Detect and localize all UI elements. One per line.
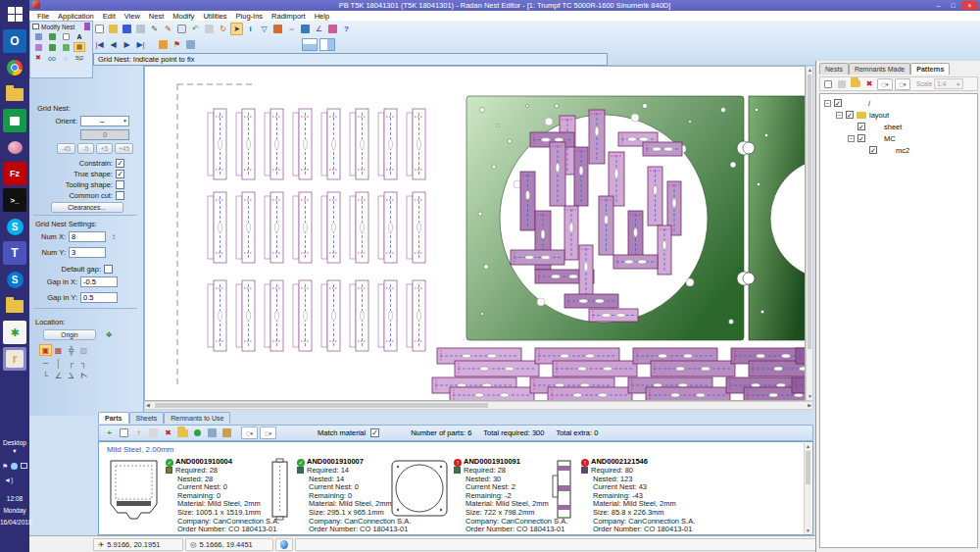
circle-nest-icon[interactable]: ◌: [60, 53, 72, 63]
first-nest-icon[interactable]: |◀: [93, 38, 106, 51]
layout-vertical-icon[interactable]: [319, 38, 335, 51]
tree-row-root[interactable]: − ✓ /: [820, 97, 977, 109]
nest-canvas[interactable]: [144, 66, 806, 401]
menu-modify[interactable]: Modify: [172, 12, 194, 21]
sheet-add-icon[interactable]: [60, 31, 72, 41]
clearances-button[interactable]: Clearances...: [51, 202, 123, 213]
orient-select[interactable]: →▼: [80, 116, 129, 126]
taskbar-icon-skype-business[interactable]: S: [3, 268, 26, 291]
constrain-checkbox[interactable]: ✓: [116, 159, 124, 168]
sheet-icon[interactable]: [299, 23, 312, 35]
menu-application[interactable]: Application: [58, 12, 94, 21]
grid-nest-icon[interactable]: ▦: [74, 42, 85, 52]
tree-checkbox[interactable]: ✓: [869, 146, 877, 154]
menu-radimport[interactable]: Radimport: [271, 12, 306, 21]
pattern-new-icon[interactable]: [822, 78, 834, 90]
grid-icon[interactable]: [157, 38, 170, 51]
expander-icon[interactable]: −: [848, 135, 855, 142]
flag-icon[interactable]: ⚑: [2, 463, 8, 471]
start-button-icon[interactable]: [3, 2, 26, 25]
gap-y-field[interactable]: [80, 292, 118, 303]
location-angle1-icon[interactable]: ∠: [52, 370, 65, 381]
delete-nest-icon[interactable]: ✖: [32, 53, 44, 63]
taskbar-icon-folder[interactable]: [3, 294, 26, 318]
tab-remnants-made[interactable]: Remnants Made: [849, 63, 910, 75]
location-angle3-icon[interactable]: ∠: [78, 370, 90, 382]
select-icon[interactable]: ➤: [230, 23, 243, 35]
match-material-checkbox[interactable]: ✓: [370, 428, 379, 437]
part-table-icon[interactable]: [206, 427, 219, 439]
part-add-icon[interactable]: +: [103, 427, 116, 439]
tree-row-layout[interactable]: − ✓ layout: [820, 109, 977, 121]
part-update-icon[interactable]: ↑: [132, 427, 145, 439]
palette-handle-icon[interactable]: [32, 24, 39, 29]
menu-file[interactable]: File: [37, 12, 49, 21]
prev-nest-icon[interactable]: ◀: [107, 38, 120, 51]
taskbar-icon-radan[interactable]: r: [3, 347, 26, 371]
pattern-view1-dropdown[interactable]: ▢▾: [877, 78, 893, 90]
rotate-minus5-button[interactable]: -5: [77, 143, 94, 154]
table-icon[interactable]: [184, 38, 197, 51]
network-icon[interactable]: [11, 463, 17, 470]
canvas-hscrollbar[interactable]: ◀▶: [144, 401, 813, 410]
shuffle-icon[interactable]: [60, 42, 72, 52]
view-mode1-dropdown[interactable]: ▢▾: [241, 427, 258, 439]
location-grid-icon[interactable]: ▦: [52, 344, 65, 356]
part-report-icon[interactable]: [220, 427, 233, 439]
part-remove-icon[interactable]: ✖: [162, 427, 174, 439]
tree-label-root[interactable]: /: [868, 99, 870, 108]
location-corner-tr-icon[interactable]: ┐: [77, 357, 90, 369]
next-nest-icon[interactable]: ▶: [121, 38, 133, 51]
location-vline-icon[interactable]: │: [52, 357, 65, 369]
gap-x-field[interactable]: [80, 276, 118, 287]
location-hline-icon[interactable]: ─: [39, 357, 52, 369]
nest-part-icon[interactable]: [32, 31, 44, 41]
taskbar-icon-radan-project[interactable]: ✱: [3, 321, 26, 344]
tree-checkbox[interactable]: ✓: [834, 99, 842, 107]
scale-select[interactable]: 1:4▼: [934, 78, 963, 89]
help-icon[interactable]: ?: [340, 23, 353, 35]
taskbar-icon-teams[interactable]: T: [3, 241, 26, 265]
taskbar-icon-store[interactable]: [3, 109, 26, 132]
taskbar-icon-terminal[interactable]: >_: [3, 188, 26, 212]
move-origin-icon[interactable]: ✥: [106, 330, 112, 339]
expander-icon[interactable]: −: [836, 112, 843, 119]
rotate-plus45-button[interactable]: +45: [115, 143, 133, 154]
auto-nest-icon[interactable]: [46, 31, 58, 41]
array-icon[interactable]: [46, 42, 58, 52]
menu-nest[interactable]: Nest: [149, 12, 164, 21]
view-mode2-dropdown[interactable]: ▢▾: [260, 427, 276, 439]
pencil-icon[interactable]: ✎: [148, 23, 161, 35]
chain-icon[interactable]: oo: [46, 53, 58, 63]
tree-row-mc2[interactable]: ✓ mc2: [820, 144, 977, 156]
tree-label-mc2[interactable]: mc2: [896, 146, 909, 155]
tooling-shape-checkbox[interactable]: [116, 180, 124, 189]
location-angle2-icon[interactable]: ∠: [65, 370, 77, 381]
num-y-field[interactable]: [69, 247, 106, 258]
location-corner-tl-icon[interactable]: ┌: [65, 357, 77, 369]
tab-patterns[interactable]: Patterns: [910, 63, 950, 75]
num-link-icon[interactable]: ↕: [112, 232, 116, 241]
part-card[interactable]: AND0002121546 Required: 80 Nested: 123 C…: [552, 458, 695, 534]
menu-utilities[interactable]: Utilities: [203, 12, 226, 21]
canvas-vscrollbar[interactable]: ▲▼: [806, 66, 813, 401]
location-lock-icon[interactable]: ▣: [39, 344, 52, 356]
true-shape-checkbox[interactable]: ✓: [116, 170, 124, 178]
part-leaf-icon[interactable]: [191, 427, 204, 439]
common-cut-checkbox[interactable]: [116, 191, 124, 200]
pattern-view2-dropdown[interactable]: ▢▾: [895, 78, 910, 90]
tree-label-layout[interactable]: layout: [869, 111, 889, 120]
info-icon[interactable]: i: [244, 23, 257, 35]
save-icon[interactable]: [121, 23, 133, 35]
desktop-toggle[interactable]: Desktop▾: [0, 439, 29, 455]
minimize-button[interactable]: –: [932, 1, 945, 10]
num-x-field[interactable]: [69, 231, 106, 242]
tree-checkbox[interactable]: ✓: [858, 134, 865, 142]
print-icon[interactable]: [134, 23, 147, 35]
text-icon[interactable]: A: [74, 31, 85, 41]
lock-icon[interactable]: [271, 23, 284, 35]
tree-checkbox[interactable]: ✓: [846, 111, 854, 119]
menu-view[interactable]: View: [124, 12, 140, 21]
parts-list-scrollbar[interactable]: ▲▼: [804, 443, 811, 534]
tree-checkbox[interactable]: ✓: [858, 123, 865, 130]
